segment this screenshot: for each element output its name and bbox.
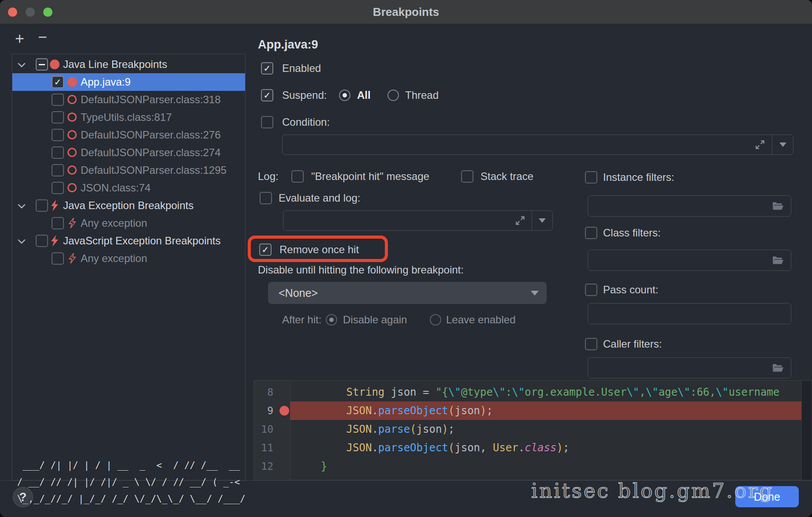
tree-item-label: App.java:9: [81, 73, 130, 91]
tree-item-checkbox[interactable]: [52, 252, 64, 265]
code-line: String json = "{\"@type\":\"org.example.…: [295, 383, 779, 401]
suspend-all-label: All: [357, 89, 371, 102]
scrollbar-track[interactable]: [801, 381, 812, 480]
tree-item-label: Java Exception Breakpoints: [63, 197, 194, 214]
tree-item-label: DefaultJSONParser.class:274: [81, 144, 220, 161]
chevron-down-icon: [779, 142, 786, 147]
chevron-down-icon[interactable]: [17, 62, 26, 67]
tree-item-checkbox[interactable]: [36, 199, 48, 212]
breakpoint-filled-icon: [50, 60, 60, 69]
after-hit-leave-enabled-label: Leave enabled: [446, 313, 515, 326]
chevron-down-icon: [531, 291, 539, 296]
filter-input[interactable]: [588, 357, 791, 378]
enabled-checkbox[interactable]: ✓: [261, 62, 273, 75]
tree-item[interactable]: Java Exception Breakpoints: [12, 197, 245, 214]
tree-item-checkbox[interactable]: [52, 164, 64, 176]
code-line: JSON.parseObject(json, User.class);: [295, 438, 569, 457]
breakpoint-dot-icon[interactable]: [279, 406, 289, 416]
suspend-all-radio[interactable]: [339, 90, 350, 101]
filter-checkbox[interactable]: [585, 338, 597, 350]
tree-item-checkbox[interactable]: [36, 235, 48, 247]
ascii-watermark: ___/ /| |/ | / | __ _ < / // /__ __ / __…: [11, 457, 246, 507]
folder-open-icon[interactable]: [771, 363, 785, 373]
expand-icon[interactable]: [754, 139, 766, 150]
chevron-down-icon[interactable]: [17, 203, 26, 208]
chevron-down-icon[interactable]: [17, 238, 26, 244]
filter-input[interactable]: [588, 303, 791, 324]
breakpoint-filled-icon: [67, 77, 77, 87]
tree-item-label: Java Line Breakpoints: [63, 56, 167, 73]
filter-label: Instance filters:: [603, 171, 674, 184]
exception-filled-icon: [50, 235, 60, 249]
tree-item-checkbox[interactable]: [52, 111, 64, 124]
tree-item[interactable]: Any exception: [12, 250, 245, 267]
remove-once-hit-checkbox[interactable]: ✓: [259, 244, 272, 256]
after-hit-label: After hit:: [282, 313, 321, 326]
after-hit-disable-again-radio[interactable]: [326, 314, 337, 326]
tree-item-checkbox[interactable]: [52, 217, 64, 229]
breakpoints-dialog: Breakpoints + − Java Line Breakpoints✓Ap…: [0, 0, 812, 517]
check-icon: ✓: [262, 245, 269, 254]
folder-open-icon[interactable]: [771, 201, 785, 211]
tree-item-checkbox[interactable]: [52, 94, 64, 106]
folder-open-icon[interactable]: [771, 255, 785, 266]
tree-item-checkbox[interactable]: [52, 182, 64, 194]
tree-item[interactable]: JavaScript Exception Breakpoints: [12, 232, 245, 250]
tree-item-label: DefaultJSONParser.class:318: [81, 91, 220, 109]
filter-input[interactable]: [588, 195, 791, 217]
condition-checkbox[interactable]: [261, 116, 273, 128]
exception-filled-icon: [50, 199, 60, 214]
code-line: }: [295, 457, 327, 476]
expand-icon[interactable]: [514, 215, 526, 226]
remove-breakpoint-button[interactable]: −: [38, 29, 47, 45]
tree-item-checkbox[interactable]: ✓: [52, 76, 64, 88]
line-number: 8: [254, 383, 273, 401]
tree-item-label: JavaScript Exception Breakpoints: [63, 232, 221, 250]
tree-item[interactable]: TypeUtils.class:817: [12, 109, 245, 126]
breakpoint-title: App.java:9: [258, 38, 318, 52]
condition-history-dropdown[interactable]: [772, 135, 793, 154]
tree-item-label: Any exception: [81, 214, 147, 232]
tree-item[interactable]: DefaultJSONParser.class:276: [12, 126, 245, 144]
title-bar: Breakpoints: [0, 0, 812, 24]
check-icon: ✓: [264, 64, 271, 73]
line-number: 11: [254, 438, 273, 457]
tree-item-label: Any exception: [81, 250, 147, 267]
tree-item[interactable]: DefaultJSONParser.class:274: [12, 144, 245, 161]
tree-item[interactable]: Any exception: [12, 214, 245, 232]
disable-until-label: Disable until hitting the following brea…: [258, 263, 464, 277]
evaluate-history-dropdown[interactable]: [532, 211, 552, 230]
filter-input[interactable]: [588, 250, 791, 271]
tree-item-label: JSON.class:74: [81, 179, 151, 197]
tree-item-checkbox[interactable]: [52, 146, 64, 159]
breakpoint-hollow-icon: [67, 95, 77, 104]
stack-trace-label: Stack trace: [480, 170, 533, 183]
remove-once-hit-label: Remove once hit: [279, 243, 359, 256]
tree-item[interactable]: Java Line Breakpoints: [12, 56, 245, 73]
filter-checkbox[interactable]: [585, 227, 597, 239]
code-preview: 8 String json = "{\"@type\":\"org.exampl…: [253, 380, 812, 480]
filter-checkbox[interactable]: [585, 171, 597, 184]
tree-item[interactable]: ✓App.java:9: [12, 73, 245, 91]
condition-input[interactable]: [282, 135, 793, 155]
disable-until-combobox[interactable]: <None>: [268, 282, 547, 304]
tree-item[interactable]: DefaultJSONParser.class:318: [12, 91, 245, 109]
filter-checkbox[interactable]: [585, 284, 597, 296]
tree-item[interactable]: DefaultJSONParser.class:1295: [12, 161, 245, 179]
add-breakpoint-button[interactable]: +: [15, 31, 24, 47]
disable-until-value: <None>: [279, 282, 318, 304]
breakpoints-tree: Java Line Breakpoints✓App.java:9DefaultJ…: [12, 54, 246, 480]
suspend-thread-radio[interactable]: [387, 90, 399, 101]
tree-item-checkbox[interactable]: [52, 129, 64, 141]
suspend-checkbox[interactable]: ✓: [261, 89, 273, 101]
evaluate-and-log-checkbox[interactable]: [260, 192, 272, 204]
after-hit-leave-enabled-radio[interactable]: [430, 314, 441, 326]
tree-item-checkbox[interactable]: [36, 58, 48, 71]
evaluate-and-log-input[interactable]: [283, 210, 553, 231]
breakpoint-hollow-icon: [67, 183, 77, 192]
window-title: Breakpoints: [0, 0, 812, 24]
tree-item[interactable]: JSON.class:74: [12, 179, 245, 197]
stack-trace-checkbox[interactable]: [461, 170, 473, 183]
tree-item-label: TypeUtils.class:817: [81, 109, 172, 126]
breakpoint-hit-message-checkbox[interactable]: [291, 170, 304, 183]
